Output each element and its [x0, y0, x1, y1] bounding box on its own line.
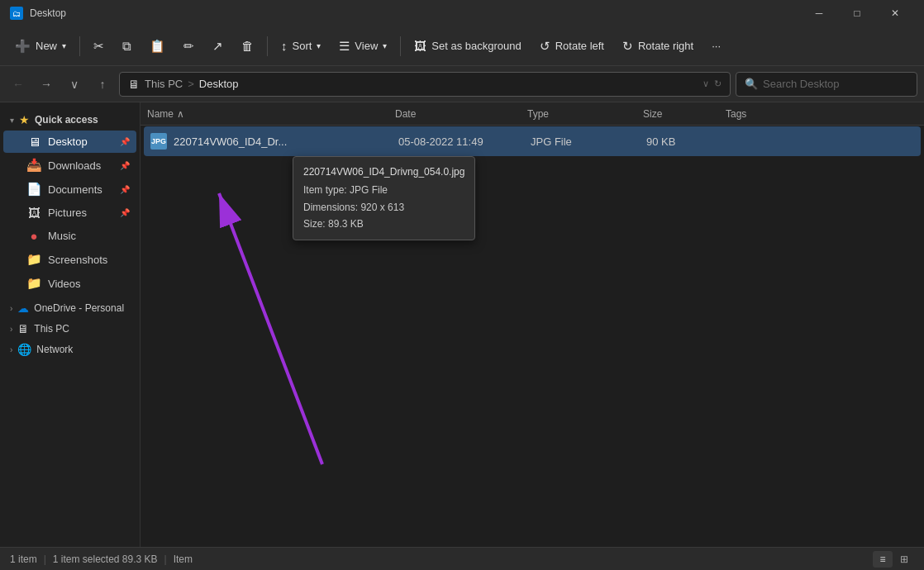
details-view-button[interactable]: ≡	[873, 551, 893, 568]
documents-icon: 📄	[26, 182, 41, 197]
network-label: Network	[36, 344, 73, 355]
address-box[interactable]: 🖥 This PC > Desktop ∨ ↻	[119, 72, 731, 97]
view-toggle-buttons: ≡ ⊞	[873, 551, 914, 568]
sidebar-item-downloads[interactable]: 📥 Downloads 📌	[3, 154, 136, 177]
rename-button[interactable]: ✏	[175, 31, 202, 61]
toolbar-separator-3	[400, 36, 401, 56]
addressbar: ← → ∨ ↑ 🖥 This PC > Desktop ∨ ↻ 🔍 Search…	[0, 66, 924, 102]
address-refresh-icon[interactable]: ↻	[714, 78, 722, 89]
onedrive-expand-icon: ›	[10, 304, 12, 313]
sidebar-item-desktop-label: Desktop	[48, 135, 88, 148]
sidebar-item-videos-label: Videos	[48, 278, 81, 290]
set-background-button[interactable]: 🖼 Set as background	[406, 31, 529, 61]
file-type: JPG File	[531, 135, 572, 148]
file-date-cell: 05-08-2022 11:49	[398, 135, 531, 148]
tiles-view-button[interactable]: ⊞	[894, 551, 914, 568]
sort-button[interactable]: ↕ Sort ▾	[273, 31, 329, 61]
close-button[interactable]: ✕	[876, 0, 914, 26]
delete-button[interactable]: 🗑	[233, 31, 262, 61]
tooltip-dimensions: Dimensions: 920 x 613	[303, 199, 464, 216]
search-box[interactable]: 🔍 Search Desktop	[736, 72, 917, 97]
tooltip-item-type-value: JPG File	[350, 184, 388, 196]
network-header[interactable]: › 🌐 Network	[3, 340, 136, 359]
rotate-left-button[interactable]: ↺ Rotate left	[531, 31, 612, 61]
statusbar: 1 item | 1 item selected 89.3 KB | Item …	[0, 547, 924, 570]
sort-indicator-icon: ∧	[177, 108, 184, 120]
col-date-header[interactable]: Date	[395, 108, 527, 120]
pin-icon-pictures: 📌	[120, 208, 130, 217]
col-name-header[interactable]: Name ∧	[147, 108, 395, 120]
sort-icon: ↕	[281, 39, 288, 53]
app-icon: 🗂	[10, 7, 23, 20]
sidebar-item-desktop[interactable]: 🖥 Desktop 📌	[3, 131, 136, 153]
titlebar-controls: ─ □ ✕	[800, 0, 914, 26]
rotate-right-button[interactable]: ↻ Rotate right	[614, 31, 702, 61]
new-button[interactable]: ➕ New ▾	[7, 31, 74, 61]
set-bg-icon: 🖼	[414, 39, 426, 53]
sidebar-item-screenshots[interactable]: 📁 Screenshots	[3, 248, 136, 271]
titlebar: 🗂 Desktop ─ □ ✕	[0, 0, 924, 26]
onedrive-header[interactable]: › ☁ OneDrive - Personal	[3, 298, 136, 318]
col-size-header[interactable]: Size	[643, 108, 726, 120]
minimize-button[interactable]: ─	[800, 0, 838, 26]
sidebar-item-documents-label: Documents	[48, 183, 102, 196]
sidebar-item-music-label: Music	[48, 230, 76, 242]
cut-button[interactable]: ✂	[85, 31, 112, 61]
sort-label: Sort	[293, 40, 312, 52]
this-pc-header[interactable]: › 🖥 This PC	[3, 319, 136, 339]
view-label: View	[355, 40, 378, 52]
rotate-left-icon: ↺	[540, 39, 550, 54]
address-dropdown-icon[interactable]: ∨	[703, 78, 709, 89]
nav-recent-button[interactable]: ∨	[63, 73, 86, 96]
col-tags-header: Tags	[726, 108, 917, 120]
crumb-icon: 🖥	[128, 78, 140, 91]
tooltip-filename: 220714VW06_ID4_Drivng_054.0.jpg	[303, 164, 464, 180]
status-separator-1: |	[44, 553, 46, 565]
paste-icon: 📋	[150, 39, 165, 54]
rotate-right-label: Rotate right	[638, 40, 693, 52]
screenshots-icon: 📁	[26, 252, 41, 267]
sidebar-item-music[interactable]: ● Music	[3, 225, 136, 247]
toolbar: ➕ New ▾ ✂ ⧉ 📋 ✏ ↗ 🗑 ↕ Sort ▾ ☰ View ▾ 🖼 …	[0, 26, 924, 66]
nav-back-button[interactable]: ←	[7, 73, 30, 96]
more-button[interactable]: ···	[703, 31, 729, 61]
new-chevron-icon: ▾	[62, 41, 66, 50]
file-name-cell: JPG 220714VW06_ID4_Dr...	[150, 133, 398, 150]
cut-icon: ✂	[93, 39, 104, 54]
more-icon: ···	[712, 40, 721, 52]
quick-access-header[interactable]: ▾ ★ Quick access	[3, 110, 136, 130]
pin-icon-desktop: 📌	[120, 137, 130, 146]
quick-access-section: ▾ ★ Quick access 🖥 Desktop 📌 📥 Downloads…	[0, 110, 140, 295]
tooltip-item-type-label: Item type:	[303, 184, 347, 196]
nav-up-button[interactable]: ↑	[91, 73, 114, 96]
col-type-header[interactable]: Type	[527, 108, 643, 120]
desktop-icon: 🖥	[26, 135, 41, 149]
tooltip-size-label: Size:	[303, 218, 326, 230]
file-size: 90 KB	[646, 135, 675, 148]
file-date: 05-08-2022 11:49	[398, 135, 483, 148]
sidebar-item-videos[interactable]: 📁 Videos	[3, 272, 136, 295]
copy-icon: ⧉	[122, 39, 131, 54]
tooltip-dimensions-label: Dimensions:	[303, 202, 358, 213]
col-date-label: Date	[395, 108, 416, 120]
this-pc-label: This PC	[34, 323, 69, 335]
view-button[interactable]: ☰ View ▾	[331, 31, 395, 61]
music-icon: ●	[26, 229, 41, 243]
nav-forward-button[interactable]: →	[35, 73, 58, 96]
table-row[interactable]: JPG 220714VW06_ID4_Dr... 05-08-2022 11:4…	[144, 126, 921, 156]
file-name: 220714VW06_ID4_Dr...	[174, 135, 287, 148]
maximize-button[interactable]: □	[838, 0, 876, 26]
sidebar-item-documents[interactable]: 📄 Documents 📌	[3, 178, 136, 201]
new-label: New	[36, 40, 57, 52]
onedrive-label: OneDrive - Personal	[34, 302, 124, 314]
paste-button[interactable]: 📋	[141, 31, 174, 61]
col-tags-label: Tags	[726, 108, 746, 120]
status-separator-2: |	[164, 553, 167, 565]
tooltip-dimensions-value: 920 x 613	[360, 202, 404, 213]
sidebar-item-pictures[interactable]: 🖼 Pictures 📌	[3, 202, 136, 224]
share-button[interactable]: ↗	[204, 31, 231, 61]
copy-button[interactable]: ⧉	[114, 31, 140, 61]
tooltip-item-type: Item type: JPG File	[303, 182, 464, 198]
share-icon: ↗	[212, 39, 223, 54]
pin-icon-downloads: 📌	[120, 161, 130, 170]
